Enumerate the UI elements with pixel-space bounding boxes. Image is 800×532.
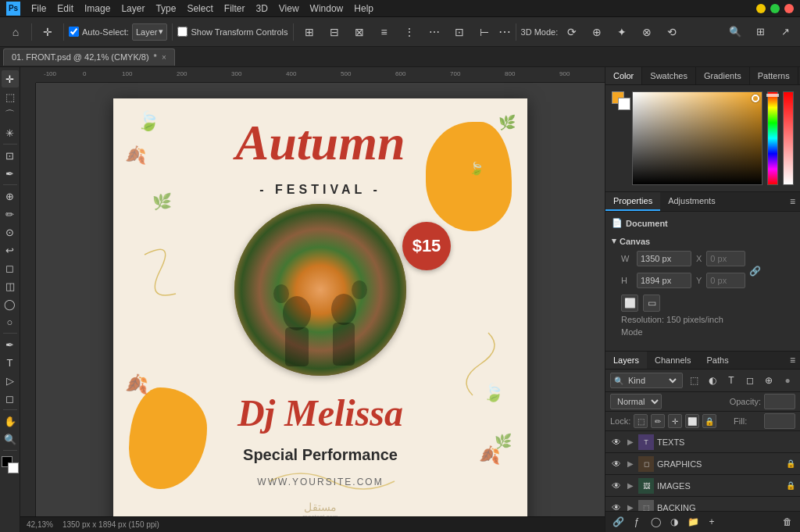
hue-slider[interactable] xyxy=(767,91,778,185)
filter-type-btn[interactable]: T xyxy=(723,373,739,388)
menu-filter[interactable]: Filter xyxy=(224,3,245,14)
menu-view[interactable]: View xyxy=(279,3,299,14)
align-center-btn[interactable]: ⊟ xyxy=(323,21,345,43)
eye-icon-images[interactable]: 👁 xyxy=(610,480,623,492)
layer-select[interactable]: Layer ▾ xyxy=(132,23,168,41)
portrait-btn[interactable]: ⬜ xyxy=(621,295,638,312)
lock-pixels-btn[interactable]: ⬚ xyxy=(634,414,648,428)
eye-icon-backing[interactable]: 👁 xyxy=(610,502,623,512)
layer-graphics[interactable]: 👁 ▶ ◻ GRAPHICS 🔒 xyxy=(605,453,800,475)
magic-wand-tool[interactable]: ✳ xyxy=(2,124,19,141)
filter-shape-btn[interactable]: ◻ xyxy=(742,373,758,388)
workspace-btn[interactable]: ⊞ xyxy=(750,22,770,42)
lock-position-btn[interactable]: ✛ xyxy=(668,414,682,428)
heal-tool[interactable]: ⊕ xyxy=(2,187,19,205)
eye-icon-texts[interactable]: 👁 xyxy=(610,436,623,448)
expand-images[interactable]: ▶ xyxy=(626,481,635,490)
tab-channels[interactable]: Channels xyxy=(647,352,698,369)
home-btn[interactable]: ⌂ xyxy=(5,21,27,43)
lock-paint-btn[interactable]: ✏ xyxy=(651,414,665,428)
new-fill-btn[interactable]: ◑ xyxy=(666,514,682,530)
menu-image[interactable]: Image xyxy=(84,3,110,14)
lasso-tool[interactable]: ⌒ xyxy=(2,106,19,123)
3d-pan-btn[interactable]: ⊕ xyxy=(586,21,608,43)
maximize-btn[interactable] xyxy=(770,4,780,13)
align-top-btn[interactable]: ≡ xyxy=(373,21,395,43)
lock-artboard-btn[interactable]: ⬜ xyxy=(685,414,699,428)
move-tool-btn[interactable]: ✛ xyxy=(37,21,59,43)
3d-scale-btn[interactable]: ✦ xyxy=(611,21,633,43)
more-options-btn[interactable]: ⋯ xyxy=(498,24,511,39)
3d-rotate-btn[interactable]: ⟳ xyxy=(561,21,583,43)
link-proportions-btn[interactable]: 🔗 xyxy=(748,266,761,277)
distribute2-btn[interactable]: ⋯ xyxy=(423,21,445,43)
selection-tool[interactable]: ⬚ xyxy=(2,88,19,105)
menu-type[interactable]: Type xyxy=(155,3,176,14)
3d-rotate2-btn[interactable]: ⟲ xyxy=(661,21,683,43)
layer-texts[interactable]: 👁 ▶ T TEXTS xyxy=(605,431,800,453)
filter-pixel-btn[interactable]: ⬚ xyxy=(686,373,702,388)
eyedropper-tool[interactable]: ✒ xyxy=(2,165,19,182)
align-right-btn[interactable]: ⊠ xyxy=(348,21,370,43)
distribute-btn[interactable]: ⋮ xyxy=(398,21,420,43)
lock-all-btn[interactable]: 🔒 xyxy=(702,414,716,428)
zoom-tool[interactable]: 🔍 xyxy=(2,430,19,448)
gradient-tool[interactable]: ◫ xyxy=(2,277,19,295)
menu-help[interactable]: Help xyxy=(354,3,373,14)
history-brush-tool[interactable]: ↩ xyxy=(2,241,19,259)
menu-edit[interactable]: Edit xyxy=(57,3,73,14)
filter-kind-select[interactable]: Kind xyxy=(625,375,679,386)
hand-tool[interactable]: ✋ xyxy=(2,412,19,430)
tab-paths[interactable]: Paths xyxy=(699,352,737,369)
filter-toggle-btn[interactable]: ● xyxy=(780,373,795,388)
color-gradient[interactable] xyxy=(632,91,762,185)
tab-patterns[interactable]: Patterns xyxy=(750,67,798,84)
add-mask-btn[interactable]: ◯ xyxy=(648,514,663,530)
eraser-tool[interactable]: ◻ xyxy=(2,259,19,277)
stamp-tool[interactable]: ⊙ xyxy=(2,223,19,241)
tab-adjustments[interactable]: Adjustments xyxy=(660,192,723,211)
transform-checkbox[interactable] xyxy=(177,27,188,37)
delete-layer-btn[interactable]: 🗑 xyxy=(780,514,795,530)
tab-layers[interactable]: Layers xyxy=(605,352,647,369)
menu-file[interactable]: File xyxy=(31,3,46,14)
close-btn[interactable] xyxy=(784,4,794,13)
saturation-slider[interactable] xyxy=(783,91,794,185)
x-input[interactable] xyxy=(706,251,745,266)
align-left-btn[interactable]: ⊞ xyxy=(298,21,320,43)
layer-backing[interactable]: 👁 ▶ ⬚ BACKING xyxy=(605,497,800,511)
add-style-btn[interactable]: ƒ xyxy=(629,514,645,530)
landscape-btn[interactable]: ▭ xyxy=(643,295,660,312)
dodge-tool[interactable]: ○ xyxy=(2,313,19,330)
dist3-btn[interactable]: ⊡ xyxy=(448,21,470,43)
filter-smart-btn[interactable]: ⊕ xyxy=(761,373,777,388)
height-input[interactable] xyxy=(637,273,691,288)
tab-close-btn[interactable]: × xyxy=(162,53,166,62)
expand-texts[interactable]: ▶ xyxy=(626,437,635,446)
pen-tool[interactable]: ✒ xyxy=(2,336,19,353)
eye-icon-graphics[interactable]: 👁 xyxy=(610,458,623,470)
props-panel-more[interactable]: ≡ xyxy=(785,192,800,211)
search-btn[interactable]: 🔍 xyxy=(725,22,745,42)
link-layers-btn[interactable]: 🔗 xyxy=(610,514,626,530)
3d-move-btn[interactable]: ⊗ xyxy=(636,21,658,43)
auto-select-checkbox[interactable] xyxy=(69,27,79,37)
filter-adjust-btn[interactable]: ◐ xyxy=(705,373,720,388)
menu-3d[interactable]: 3D xyxy=(255,3,267,14)
width-input[interactable] xyxy=(637,251,691,266)
path-tool[interactable]: ▷ xyxy=(2,372,19,389)
share-btn[interactable]: ↗ xyxy=(775,22,795,42)
layers-panel-more[interactable]: ≡ xyxy=(785,352,800,369)
y-input[interactable] xyxy=(706,273,745,288)
document-tab[interactable]: 01. FRONT.psd @ 42,1% (CMYK/8) * × xyxy=(3,48,175,66)
tab-gradients[interactable]: Gradients xyxy=(696,67,750,84)
new-layer-btn[interactable]: + xyxy=(704,514,720,530)
expand-graphics[interactable]: ▶ xyxy=(626,459,635,468)
background-color[interactable] xyxy=(8,462,19,473)
opacity-input[interactable]: 100% xyxy=(764,394,795,409)
tab-swatches[interactable]: Swatches xyxy=(642,67,696,84)
document-header[interactable]: 📄 Document xyxy=(612,218,794,228)
menu-select[interactable]: Select xyxy=(187,3,212,14)
text-tool[interactable]: T xyxy=(2,354,19,371)
background-swatch[interactable] xyxy=(618,98,630,110)
